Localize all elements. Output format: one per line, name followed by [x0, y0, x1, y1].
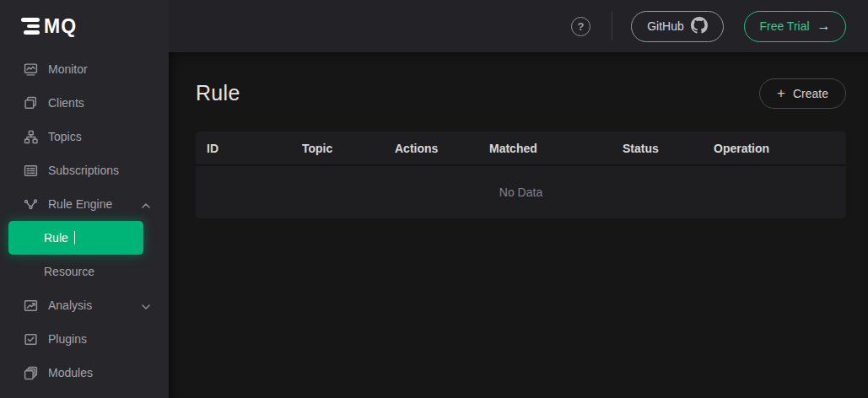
github-button[interactable]: GitHub — [631, 11, 724, 42]
sidebar-item-topics[interactable]: Topics — [0, 120, 169, 153]
sidebar-nav: Monitor Clients Topics Subscriptions — [0, 52, 169, 390]
column-header-operation: Operation — [703, 142, 846, 155]
sidebar-item-label: Topics — [48, 130, 82, 143]
topbar-divider — [612, 12, 612, 40]
sidebar-item-clients[interactable]: Clients — [0, 86, 169, 120]
modules-icon — [24, 366, 38, 380]
emqx-dashboard: MQ Monitor Clients Topics — [0, 0, 868, 398]
table-header-row: ID Topic Actions Matched Status Operatio… — [196, 132, 846, 166]
column-header-topic: Topic — [291, 142, 384, 155]
rules-table: ID Topic Actions Matched Status Operatio… — [196, 132, 846, 218]
monitor-icon — [24, 62, 38, 77]
chevron-down-icon — [142, 298, 150, 312]
analysis-icon — [24, 298, 38, 313]
page-header: Rule + Create — [196, 78, 846, 109]
sidebar-subitem-resource[interactable]: Resource — [0, 255, 169, 288]
create-button-label: Create — [793, 87, 828, 100]
sidebar-item-label: Modules — [48, 366, 93, 379]
text-cursor — [74, 231, 76, 245]
emq-logo-e-icon — [21, 18, 40, 35]
plus-icon: + — [777, 85, 785, 102]
github-button-label: GitHub — [647, 19, 684, 33]
rule-engine-icon — [24, 197, 38, 212]
chevron-up-icon — [142, 197, 150, 211]
sidebar-item-subscriptions[interactable]: Subscriptions — [0, 153, 169, 187]
sidebar-subitem-label: Rule — [44, 231, 68, 245]
sidebar-item-plugins[interactable]: Plugins — [0, 322, 169, 356]
column-header-status: Status — [612, 142, 703, 155]
sidebar-item-label: Rule Engine — [48, 197, 112, 211]
column-header-matched: Matched — [478, 142, 612, 155]
create-button[interactable]: + Create — [759, 78, 846, 109]
topics-icon — [24, 130, 38, 144]
clients-icon — [24, 96, 38, 110]
plugins-icon — [24, 332, 38, 347]
emq-logo-text: MQ — [44, 15, 77, 38]
main-content: Rule + Create ID Topic Actions Matched S… — [169, 52, 868, 398]
column-header-id: ID — [196, 142, 291, 155]
topbar: ? GitHub Free Trial → — [169, 0, 868, 52]
free-trial-button[interactable]: Free Trial → — [744, 11, 846, 42]
sidebar-item-label: Analysis — [48, 298, 92, 312]
sidebar-item-label: Clients — [48, 96, 84, 110]
column-header-actions: Actions — [384, 142, 478, 155]
sidebar-subitem-rule[interactable]: Rule — [8, 221, 143, 255]
sidebar-item-rule-engine[interactable]: Rule Engine — [0, 187, 169, 221]
arrow-right-icon: → — [817, 19, 831, 34]
sidebar-item-label: Plugins — [48, 332, 87, 346]
github-octocat-icon — [691, 17, 708, 36]
free-trial-label: Free Trial — [759, 19, 809, 33]
page-title: Rule — [196, 81, 240, 105]
sidebar: MQ Monitor Clients Topics — [0, 0, 169, 398]
sidebar-subitem-label: Resource — [44, 265, 94, 278]
sidebar-item-label: Monitor — [48, 62, 88, 76]
sidebar-item-analysis[interactable]: Analysis — [0, 288, 169, 322]
sidebar-item-label: Subscriptions — [48, 164, 119, 177]
table-empty-state: No Data — [196, 166, 846, 218]
help-icon[interactable]: ? — [571, 17, 590, 36]
sidebar-item-monitor[interactable]: Monitor — [0, 52, 169, 86]
emq-logo: MQ — [0, 0, 169, 52]
sidebar-item-modules[interactable]: Modules — [0, 356, 169, 390]
subscriptions-icon — [24, 164, 38, 178]
